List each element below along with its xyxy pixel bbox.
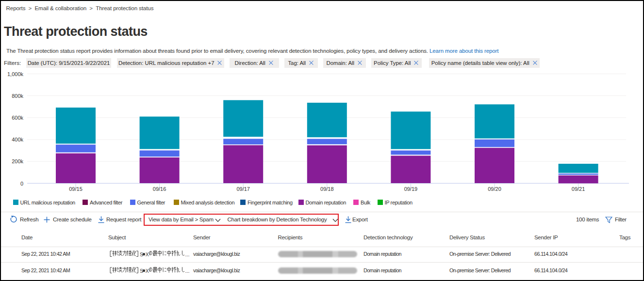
svg-text:09/21: 09/21: [572, 186, 585, 192]
svg-text:0: 0: [20, 181, 23, 187]
svg-text:200k: 200k: [12, 158, 23, 164]
svg-text:800k: 800k: [12, 93, 23, 99]
svg-text:09/16: 09/16: [153, 186, 166, 192]
svg-text:09/20: 09/20: [488, 186, 501, 192]
svg-text:09/15: 09/15: [69, 186, 83, 192]
svg-text:600k: 600k: [12, 115, 23, 121]
svg-text:400k: 400k: [12, 137, 23, 142]
svg-text:1,000k: 1,000k: [7, 71, 24, 77]
svg-text:X: X: [146, 251, 149, 257]
svg-text:...: ...: [185, 268, 190, 274]
svg-text:...: ...: [185, 251, 190, 257]
svg-text:09/19: 09/19: [404, 186, 418, 192]
svg-text:09/17: 09/17: [236, 186, 250, 192]
svg-text:09/18: 09/18: [320, 186, 334, 192]
svg-text:X: X: [146, 268, 149, 274]
